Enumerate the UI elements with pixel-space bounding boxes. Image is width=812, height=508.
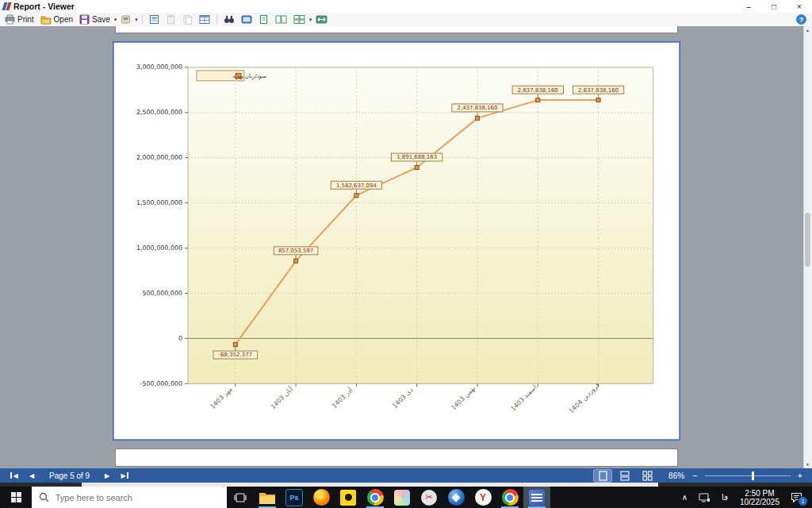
clipboard-icon	[166, 14, 176, 25]
downloader-app-icon[interactable]	[442, 487, 469, 508]
app-window: Report - Viewer – □ × Print Open Save ▾ …	[0, 0, 812, 508]
multi-page-view-button[interactable]	[291, 13, 308, 25]
search-input[interactable]	[54, 492, 220, 503]
chrome-icon[interactable]	[362, 487, 389, 508]
find-button[interactable]	[221, 13, 237, 25]
network-icon[interactable]	[693, 487, 716, 508]
window-title: Report - Viewer	[13, 2, 75, 11]
scroll-down-arrow-icon[interactable]: ▼	[804, 460, 811, 468]
svg-text:0: 0	[178, 335, 182, 342]
parameters-page-icon	[149, 14, 159, 25]
svg-text:2,637,838,160: 2,637,838,160	[578, 87, 619, 94]
app-logo-icon	[3, 2, 10, 10]
print-label: Print	[17, 15, 34, 24]
windows-logo-icon	[11, 492, 21, 502]
send-dropdown-button[interactable]: ▾	[135, 17, 138, 22]
report-viewer-app-icon[interactable]	[523, 487, 550, 508]
previous-page-icon: ◀	[29, 472, 34, 479]
zoom-slider[interactable]	[705, 475, 791, 476]
previous-page-button[interactable]: ◀	[24, 469, 40, 482]
svg-text:فروردین 1404: فروردین 1404	[568, 381, 601, 414]
svg-text:-68,352,377: -68,352,377	[219, 352, 252, 358]
parameters-button[interactable]	[147, 13, 162, 25]
language-indicator[interactable]: فا	[716, 487, 733, 508]
clipboard-button[interactable]	[163, 13, 178, 25]
multiple-pages-mode-button[interactable]	[638, 470, 656, 482]
vertical-scrollbar[interactable]: ▲ ▼	[803, 26, 812, 468]
next-page-button[interactable]: ▶	[99, 469, 115, 482]
svg-text:سود/زیان ویژه: سود/زیان ویژه	[233, 73, 267, 79]
zoom-out-button[interactable]: −	[692, 471, 697, 480]
yandex-browser-icon[interactable]: Y	[469, 487, 496, 508]
report-viewport[interactable]: 3,000,000,0002,500,000,0002,000,000,0001…	[0, 26, 812, 468]
taskbar-search[interactable]	[32, 487, 227, 508]
save-icon	[79, 14, 90, 25]
scroll-up-arrow-icon[interactable]: ▲	[804, 26, 811, 34]
full-screen-button[interactable]	[239, 13, 255, 25]
zoom-slider-thumb[interactable]	[752, 471, 754, 480]
continuous-mode-button[interactable]	[616, 470, 634, 482]
last-page-bar-icon	[127, 472, 128, 479]
svg-text:2,500,000,000: 2,500,000,000	[136, 109, 182, 116]
folder-icon	[259, 491, 276, 505]
svg-text:857,053,597: 857,053,597	[278, 248, 313, 254]
action-center-button[interactable]: 1	[786, 487, 812, 508]
chrome-icon-2[interactable]	[496, 487, 523, 508]
task-view-button[interactable]	[227, 487, 254, 508]
save-button[interactable]: Save	[77, 13, 113, 25]
taskbar-clock[interactable]: 2:50 PM 10/22/2025	[733, 489, 786, 506]
title-bar: Report - Viewer – □ ×	[0, 0, 812, 13]
previous-page-edge	[115, 26, 678, 33]
binoculars-icon	[224, 14, 235, 25]
two-page-view-button[interactable]	[273, 13, 289, 25]
firefox-icon[interactable]	[308, 487, 335, 508]
task-view-icon	[233, 492, 247, 503]
file-explorer-icon[interactable]	[254, 487, 281, 508]
minimize-button[interactable]: –	[736, 0, 761, 13]
svg-text:2,437,838,160: 2,437,838,160	[457, 105, 497, 111]
svg-text:1,000,000,000: 1,000,000,000	[136, 244, 182, 252]
print-button[interactable]: Print	[2, 13, 36, 25]
clock-time: 2:50 PM	[740, 489, 779, 498]
copy-page-button[interactable]	[180, 13, 195, 25]
search-icon	[39, 492, 48, 502]
email-icon	[121, 14, 131, 25]
open-folder-icon	[40, 14, 52, 25]
vertical-scroll-thumb[interactable]	[805, 213, 810, 267]
one-page-view-button[interactable]	[256, 13, 271, 25]
help-button[interactable]: ?	[796, 14, 806, 25]
page-width-button[interactable]	[313, 13, 330, 25]
view-mode-dropdown-button[interactable]: ▾	[309, 17, 312, 22]
status-bar: ◀ ◀ Page 5 of 9 ▶ ▶ 86% − +	[0, 468, 812, 483]
system-tray: ∧ فا 2:50 PM 10/22/2025 1	[676, 487, 812, 508]
photos-icon[interactable]	[389, 487, 416, 508]
open-label: Open	[54, 15, 73, 24]
start-button[interactable]	[0, 487, 32, 508]
last-page-icon: ▶	[121, 472, 126, 479]
taskbar: Ps ✂ Y ∧ فا 2:50 PM 10/22/2025 1	[0, 487, 812, 508]
zoom-in-button[interactable]: +	[798, 471, 802, 480]
next-page-icon: ▶	[105, 472, 109, 479]
page-editor-button[interactable]	[197, 13, 213, 25]
svg-text:2,000,000,000: 2,000,000,000	[136, 154, 182, 161]
svg-text:500,000,000: 500,000,000	[142, 290, 182, 297]
last-page-button[interactable]: ▶	[117, 469, 132, 482]
svg-text:1,582,637,094: 1,582,637,094	[336, 183, 377, 189]
open-button[interactable]: Open	[38, 13, 75, 25]
first-page-bar-icon	[10, 472, 12, 479]
single-page-mode-button[interactable]	[594, 470, 611, 482]
maximize-button[interactable]: □	[761, 0, 787, 13]
tray-chevron-icon[interactable]: ∧	[676, 487, 693, 508]
send-email-button[interactable]	[118, 13, 133, 25]
snipping-tool-icon[interactable]: ✂	[416, 487, 442, 508]
svg-text:بهمن 1403: بهمن 1403	[450, 384, 477, 411]
toolbar-separator	[216, 14, 217, 25]
save-dropdown-button[interactable]: ▾	[114, 17, 117, 22]
close-button[interactable]: ×	[787, 0, 812, 13]
photoshop-icon[interactable]: Ps	[281, 487, 308, 508]
continuous-mode-icon	[620, 471, 630, 481]
page-indicator: Page 5 of 9	[49, 471, 90, 480]
first-page-icon: ◀	[13, 472, 17, 479]
media-player-icon[interactable]	[335, 487, 362, 508]
first-page-button[interactable]: ◀	[6, 469, 22, 482]
